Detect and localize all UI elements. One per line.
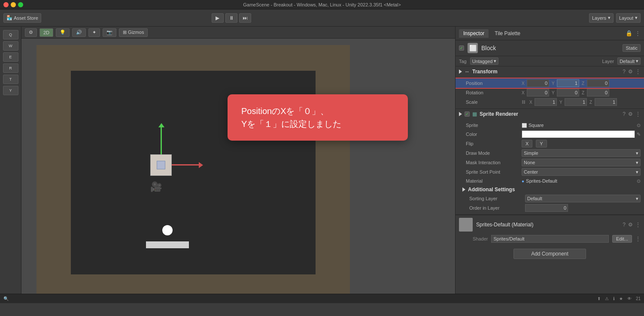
tool-button-t[interactable]: T xyxy=(3,75,18,84)
position-z-input[interactable] xyxy=(587,79,609,87)
statusbar: 🔍 ⬆ ⚠ ℹ ★ 👁 21 xyxy=(0,294,644,303)
position-values: X Y Z xyxy=(522,79,641,87)
flip-x-button[interactable]: X xyxy=(522,140,532,147)
scene-2d-button[interactable]: 2D xyxy=(39,28,53,37)
scale-y-input[interactable] xyxy=(565,98,587,106)
more-icon[interactable]: ⋮ xyxy=(635,111,641,117)
rotation-x-input[interactable] xyxy=(527,89,549,96)
order-in-layer-input[interactable] xyxy=(525,204,568,212)
shader-more-icon[interactable]: ⋮ xyxy=(635,236,641,242)
camera-icon: 🎥 xyxy=(150,181,162,193)
block-sprite[interactable] xyxy=(150,154,172,176)
more-options-icon[interactable]: ⋮ xyxy=(635,30,641,36)
add-component-button[interactable]: Add Component xyxy=(513,249,586,259)
sprite-select-icon[interactable]: ⊙ xyxy=(637,123,641,128)
eyedropper-icon[interactable]: ✎ xyxy=(637,132,641,137)
settings-icon[interactable]: ⚙ xyxy=(628,222,633,228)
asset-store-button[interactable]: 🏪 Asset Store xyxy=(3,13,41,23)
sprite-renderer-enabled[interactable]: ✓ xyxy=(465,111,470,117)
tool-button-y[interactable]: Y xyxy=(3,86,18,95)
tool-button-w[interactable]: W xyxy=(3,41,18,51)
tool-button-e[interactable]: E xyxy=(3,52,18,62)
scale-values: ⛓ X Y Z xyxy=(522,98,641,106)
main-layout: Q W E R T Y ⚙ 2D 💡 🔊 ✦ 📷 ⊞ Gizmos xyxy=(0,27,644,294)
rotation-values: X Y Z xyxy=(522,89,641,96)
scale-z-input[interactable] xyxy=(595,98,617,106)
block-inner-sprite xyxy=(157,161,165,169)
status-eye-icon: 👁 xyxy=(627,296,632,301)
tool-button-q[interactable]: Q xyxy=(3,30,18,39)
scene-gizmos-button[interactable]: ⊞ Gizmos xyxy=(119,28,148,37)
game-area: 🎥 xyxy=(36,45,350,294)
sprite-sort-point-dropdown[interactable]: Center ▾ xyxy=(522,168,641,176)
scene-camera-button[interactable]: 📷 xyxy=(103,28,116,37)
scene-gizmo-button[interactable]: ⚙ xyxy=(25,28,37,37)
rotation-x-coord: X xyxy=(522,89,549,96)
additional-settings-header[interactable]: Additional Settings xyxy=(456,185,644,194)
object-active-checkbox[interactable]: ✓ xyxy=(459,45,464,51)
tag-dropdown[interactable]: Untagged ▾ xyxy=(470,57,499,65)
scene-lighting-button[interactable]: 💡 xyxy=(56,28,70,37)
more-icon[interactable]: ⋮ xyxy=(635,69,641,75)
tab-tile-palette[interactable]: Tile Palette xyxy=(490,29,525,38)
position-y-input[interactable] xyxy=(557,79,579,87)
scale-x-input[interactable] xyxy=(535,98,557,106)
help-icon[interactable]: ? xyxy=(623,69,626,75)
layer-dropdown[interactable]: Default ▾ xyxy=(617,57,641,65)
mask-interaction-dropdown[interactable]: None ▾ xyxy=(522,159,641,166)
sorting-layer-dropdown[interactable]: Default ▾ xyxy=(525,195,641,202)
more-icon[interactable]: ⋮ xyxy=(635,222,641,228)
minimize-button[interactable] xyxy=(11,2,16,7)
position-x-coord: X xyxy=(522,79,549,87)
maximize-button[interactable] xyxy=(18,2,23,7)
scene-canvas[interactable]: 🎥 PositionのXを「０」、 Yを「１」に設定しました xyxy=(21,39,455,294)
sorting-layer-row: Sorting Layer Default ▾ xyxy=(456,194,644,203)
toolbar-right: Layers ▾ Layout ▾ xyxy=(589,13,641,23)
lock-icon[interactable]: 🔒 xyxy=(626,30,632,36)
step-button[interactable]: ⏭ xyxy=(239,13,251,23)
scene-toolbar: ⚙ 2D 💡 🔊 ✦ 📷 ⊞ Gizmos xyxy=(21,27,455,39)
material-select-icon[interactable]: ⊙ xyxy=(637,178,641,184)
draw-mode-dropdown[interactable]: Simple ▾ xyxy=(522,149,641,157)
sprite-row: Sprite ⬜ Square ⊙ xyxy=(456,121,644,129)
inspector-tabs: Inspector Tile Palette 🔒 ⋮ xyxy=(456,27,644,40)
help-icon[interactable]: ? xyxy=(623,222,626,228)
tab-inspector[interactable]: Inspector xyxy=(459,29,489,38)
status-count: 21 xyxy=(636,296,641,301)
edit-shader-button[interactable]: Edit... xyxy=(612,235,632,243)
shader-dropdown[interactable]: Sprites/Default xyxy=(491,235,608,243)
static-button[interactable]: Static xyxy=(623,44,641,52)
chevron-down-icon: ▾ xyxy=(636,196,638,202)
ball-object xyxy=(162,225,173,235)
pause-button[interactable]: ⏸ xyxy=(225,13,237,23)
status-info-icon: ℹ xyxy=(613,296,615,301)
object-name[interactable]: Block xyxy=(481,45,619,51)
rotation-y-input[interactable] xyxy=(557,89,579,96)
sprite-value: Square xyxy=(529,123,544,128)
z-label: Z xyxy=(589,100,594,105)
color-swatch[interactable] xyxy=(522,130,635,138)
layers-dropdown[interactable]: Layers ▾ xyxy=(589,13,614,23)
settings-icon[interactable]: ⚙ xyxy=(628,111,633,117)
main-toolbar: 🏪 Asset Store ▶ ⏸ ⏭ Layers ▾ Layout ▾ xyxy=(0,9,644,27)
rotation-z-input[interactable] xyxy=(587,89,609,96)
scene-audio-button[interactable]: 🔊 xyxy=(72,28,86,37)
settings-icon[interactable]: ⚙ xyxy=(628,69,633,75)
transform-header[interactable]: ↔ Transform ? ⚙ ⋮ xyxy=(456,66,644,77)
scene-fx-button[interactable]: ✦ xyxy=(88,28,100,37)
chevron-down-icon: ▾ xyxy=(494,58,496,64)
play-button[interactable]: ▶ xyxy=(212,13,224,23)
layer-label: Layer xyxy=(602,59,614,64)
position-x-input[interactable] xyxy=(527,79,549,87)
window-controls[interactable] xyxy=(3,2,23,7)
flip-y-button[interactable]: Y xyxy=(536,140,547,147)
gizmo-x-arrow xyxy=(172,164,200,166)
rotation-row: Rotation X Y Z xyxy=(456,88,644,97)
close-button[interactable] xyxy=(3,2,9,7)
help-icon[interactable]: ? xyxy=(623,111,626,117)
sprite-renderer-header[interactable]: ✓ ▦ Sprite Renderer ? ⚙ ⋮ xyxy=(456,109,644,119)
layout-dropdown[interactable]: Layout ▾ xyxy=(616,13,641,23)
tool-button-r[interactable]: R xyxy=(3,63,18,73)
play-controls: ▶ ⏸ ⏭ xyxy=(212,13,251,23)
object-icon: ⬜ xyxy=(468,43,478,53)
